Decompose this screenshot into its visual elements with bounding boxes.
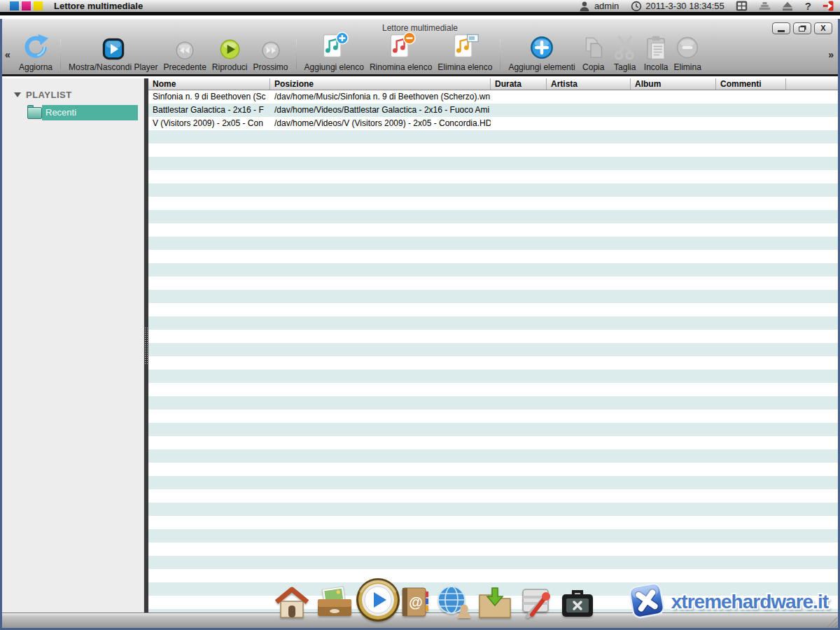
user-icon	[579, 0, 591, 12]
delete-playlist-icon	[450, 32, 479, 62]
contacts-icon[interactable]: @	[397, 585, 430, 622]
table-row[interactable]: Battlestar Galactica - 2x16 - F /dav/hom…	[148, 104, 838, 117]
cell-durata	[491, 90, 547, 104]
delete-playlist-button[interactable]: Elimina elenco	[435, 32, 495, 72]
playlist-section[interactable]: PLAYLIST	[2, 90, 144, 100]
cell-album	[631, 117, 716, 130]
eject-button[interactable]	[782, 0, 794, 12]
delete-items-icon	[675, 32, 700, 62]
copy-label: Copia	[582, 62, 604, 72]
toolbar-separator	[296, 39, 297, 69]
cell-album	[631, 104, 716, 117]
desktop-taskbar: Lettore multimediale admin 2011-3-30 18:…	[0, 0, 840, 15]
cell-posizione: /dav/home/Videos/Battlestar Galactica - …	[270, 104, 491, 117]
user-menu[interactable]: admin	[579, 0, 619, 12]
sidebar-item-label: Recenti	[42, 105, 138, 120]
cell-artista	[547, 104, 631, 117]
window-titlebar: Lettore multimediale X « » Aggiorna	[2, 19, 838, 76]
paste-button[interactable]: Incolla	[641, 32, 671, 72]
player-toggle-icon	[102, 32, 125, 62]
cut-button[interactable]: Taglia	[609, 32, 641, 72]
cell-commenti	[716, 90, 786, 104]
stack-icon	[759, 0, 771, 12]
column-header-durata[interactable]: Durata	[491, 78, 547, 90]
previous-button[interactable]: Precedente	[160, 32, 209, 72]
cell-album	[631, 90, 716, 104]
add-items-icon	[529, 32, 554, 62]
next-button[interactable]: Prossimo	[251, 32, 291, 72]
add-playlist-button[interactable]: Aggiungi elenco	[302, 32, 367, 72]
toolbar: Aggiorna Mostra/Nascondi Player	[2, 34, 838, 74]
show-hide-player-button[interactable]: Mostra/Nascondi Player	[66, 32, 160, 72]
next-label: Prossimo	[253, 62, 288, 72]
svg-text:@: @	[409, 594, 423, 610]
help-button[interactable]: ?	[805, 0, 811, 12]
media-table: Nome Posizione Durata Artista Album Comm…	[148, 78, 838, 612]
logout-button[interactable]	[822, 0, 834, 12]
add-items-label: Aggiungi elementi	[508, 62, 575, 72]
background-tasks-button[interactable]	[759, 0, 771, 12]
cell-posizione: /dav/home/Videos/V (Visitors 2009) - 2x0…	[270, 117, 491, 130]
delete-items-button[interactable]: Elimina	[671, 32, 704, 72]
cell-durata	[491, 117, 547, 130]
refresh-icon	[22, 32, 49, 62]
column-header-artista[interactable]: Artista	[547, 78, 631, 90]
clock-icon	[630, 0, 642, 12]
delete-playlist-label: Elimina elenco	[438, 62, 492, 72]
watermark-text: xtremehardware.it	[671, 591, 828, 613]
cell-nome: Battlestar Galactica - 2x16 - F	[148, 104, 270, 117]
watermark-x-logo-icon	[628, 582, 666, 622]
restore-button[interactable]	[793, 22, 811, 34]
brand-square-yellow	[34, 1, 43, 10]
show-hide-player-label: Mostra/Nascondi Player	[69, 62, 158, 72]
column-header-album[interactable]: Album	[631, 78, 716, 90]
web-services-icon[interactable]	[435, 585, 472, 622]
table-header-row: Nome Posizione Durata Artista Album Comm…	[148, 78, 838, 90]
watermark: xtremehardware.it	[628, 582, 828, 622]
previous-label: Precedente	[163, 62, 206, 72]
minimize-icon	[778, 30, 785, 32]
table-body: Sinfonia n. 9 di Beethoven (Sc /dav/home…	[148, 90, 838, 612]
rename-playlist-label: Rinomina elenco	[370, 62, 432, 72]
table-row[interactable]: V (Visitors 2009) - 2x05 - Con /dav/home…	[148, 117, 838, 130]
column-header-nome[interactable]: Nome	[148, 78, 270, 90]
column-header-posizione[interactable]: Posizione	[270, 78, 491, 90]
sidebar-splitter[interactable]	[144, 78, 148, 612]
add-playlist-label: Aggiungi elenco	[304, 62, 364, 72]
close-button[interactable]: X	[814, 22, 832, 34]
sidebar-item-recenti[interactable]: Recenti	[27, 105, 144, 120]
cell-nome: Sinfonia n. 9 di Beethoven (Sc	[148, 90, 270, 104]
minimize-button[interactable]	[772, 22, 790, 34]
play-button[interactable]: Riproduci	[209, 32, 251, 72]
add-items-button[interactable]: Aggiungi elementi	[505, 32, 578, 72]
photo-station-icon[interactable]	[315, 585, 354, 622]
playlist-section-label: PLAYLIST	[26, 90, 72, 100]
home-icon[interactable]	[274, 587, 310, 622]
taskbar-app-title: Lettore multimediale	[54, 1, 143, 11]
system-tools-icon[interactable]	[559, 587, 596, 622]
cut-label: Taglia	[614, 62, 636, 72]
folder-icon	[27, 107, 42, 119]
toolbar-separator	[60, 39, 61, 69]
copy-button[interactable]: Copia	[578, 32, 609, 72]
column-header-empty	[786, 78, 838, 90]
toolbar-separator	[500, 39, 500, 69]
table-row[interactable]: Sinfonia n. 9 di Beethoven (Sc /dav/home…	[148, 90, 838, 104]
rename-playlist-icon	[386, 32, 416, 62]
close-icon: X	[820, 24, 825, 32]
open-windows-button[interactable]	[736, 0, 748, 12]
storage-tools-icon[interactable]	[518, 585, 554, 622]
media-player-window: Lettore multimediale X « » Aggiorna	[0, 19, 840, 630]
rename-playlist-button[interactable]: Rinomina elenco	[367, 32, 435, 72]
refresh-button[interactable]: Aggiorna	[16, 32, 55, 72]
windows-grid-icon	[736, 0, 748, 12]
logout-icon	[822, 0, 834, 12]
column-header-commenti[interactable]: Commenti	[716, 78, 786, 90]
cell-commenti	[716, 104, 786, 117]
media-player-icon[interactable]	[355, 577, 401, 626]
user-name: admin	[594, 1, 619, 11]
cut-icon	[612, 32, 638, 62]
download-station-icon[interactable]	[477, 587, 513, 622]
previous-icon	[175, 32, 195, 62]
cell-artista	[547, 117, 631, 130]
